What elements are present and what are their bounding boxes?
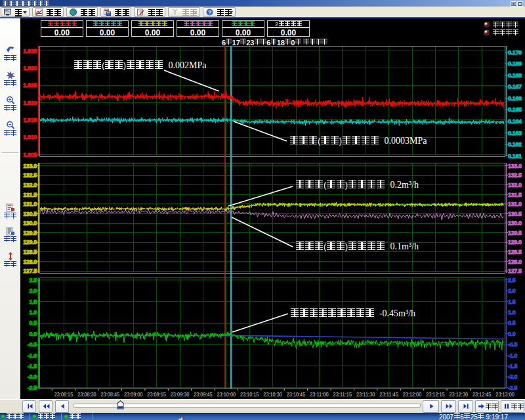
svg-text:?: ? xyxy=(208,9,211,16)
svg-text:23:09:15: 23:09:15 xyxy=(147,391,166,398)
svg-text:0.167: 0.167 xyxy=(508,83,522,90)
svg-text:129.5: 129.5 xyxy=(23,230,37,236)
svg-text:127.5: 127.5 xyxy=(508,268,522,274)
svg-text:-2.0: -2.0 xyxy=(508,373,517,380)
svg-text:23:09:00: 23:09:00 xyxy=(124,391,143,398)
svg-text:23:10:15: 23:10:15 xyxy=(240,391,259,398)
svg-text:0.169: 0.169 xyxy=(508,60,522,67)
svg-text:128.0: 128.0 xyxy=(508,259,522,265)
svg-text:132.0: 132.0 xyxy=(508,182,522,188)
svg-text:133.0: 133.0 xyxy=(508,163,522,169)
svg-text:131.0: 131.0 xyxy=(23,201,37,207)
svg-text:129.0: 129.0 xyxy=(23,239,37,245)
svg-text:0.5: 0.5 xyxy=(30,320,37,326)
svg-text:1.5: 1.5 xyxy=(508,299,516,305)
svg-text:0.168: 0.168 xyxy=(508,72,522,79)
svg-text:131.0: 131.0 xyxy=(508,201,522,207)
svg-text:23:08:30: 23:08:30 xyxy=(77,391,96,398)
svg-text:23:09:45: 23:09:45 xyxy=(194,391,213,398)
svg-text:2.5: 2.5 xyxy=(508,277,516,284)
svg-text:23:11:15: 23:11:15 xyxy=(333,391,352,398)
svg-text:132.5: 132.5 xyxy=(23,172,37,178)
svg-text:-0.5: -0.5 xyxy=(508,341,517,348)
svg-text:128.0: 128.0 xyxy=(23,259,37,265)
svg-text:1.0: 1.0 xyxy=(30,309,37,316)
svg-text:0.0: 0.0 xyxy=(508,331,516,337)
svg-text:-1.0: -1.0 xyxy=(508,352,517,359)
svg-text:1.810: 1.810 xyxy=(23,134,37,140)
svg-text:1.830: 1.830 xyxy=(23,65,37,72)
svg-text:0.163: 0.163 xyxy=(508,130,522,136)
svg-text:1.805: 1.805 xyxy=(23,152,37,158)
svg-text:132.0: 132.0 xyxy=(23,182,37,188)
svg-text:130.0: 130.0 xyxy=(508,220,522,226)
svg-text:0.5: 0.5 xyxy=(508,320,516,326)
svg-text:23:12:15: 23:12:15 xyxy=(426,391,445,398)
svg-text:0.170: 0.170 xyxy=(508,49,522,56)
svg-text:131.5: 131.5 xyxy=(23,192,37,198)
svg-text:0.0: 0.0 xyxy=(30,331,37,337)
svg-text:-1.5: -1.5 xyxy=(508,363,517,369)
svg-text:0.161: 0.161 xyxy=(508,153,522,159)
svg-text:-1.5: -1.5 xyxy=(28,363,37,369)
svg-text:-2.5: -2.5 xyxy=(28,385,37,391)
svg-text:23:08:45: 23:08:45 xyxy=(101,391,120,398)
svg-text:1.835: 1.835 xyxy=(23,48,37,54)
svg-text:0.162: 0.162 xyxy=(508,141,522,148)
svg-text:133.0: 133.0 xyxy=(23,163,37,169)
svg-text:23:12:30: 23:12:30 xyxy=(450,391,469,398)
svg-text:23:13:00: 23:13:00 xyxy=(495,391,514,398)
svg-text:130.5: 130.5 xyxy=(508,211,522,217)
svg-text:127.5: 127.5 xyxy=(23,268,37,274)
svg-text:128.5: 128.5 xyxy=(23,249,37,255)
svg-text:0.164: 0.164 xyxy=(508,118,522,125)
svg-text:132.5: 132.5 xyxy=(508,172,522,178)
svg-text:131.5: 131.5 xyxy=(508,192,522,198)
svg-text:23:11:00: 23:11:00 xyxy=(310,391,329,398)
svg-text:1.815: 1.815 xyxy=(23,117,37,123)
svg-text:129.5: 129.5 xyxy=(508,230,522,236)
svg-text:0.165: 0.165 xyxy=(508,106,522,113)
svg-text:2.0: 2.0 xyxy=(30,287,37,294)
svg-text:23:12:00: 23:12:00 xyxy=(403,391,422,398)
svg-text:23:08:15: 23:08:15 xyxy=(54,391,74,398)
svg-text:23:11:45: 23:11:45 xyxy=(379,391,398,398)
svg-text:23:10:30: 23:10:30 xyxy=(263,391,282,398)
svg-text:-2.0: -2.0 xyxy=(28,373,37,380)
svg-text:-1.0: -1.0 xyxy=(28,352,37,359)
svg-text:1.825: 1.825 xyxy=(23,82,37,89)
svg-text:2.0: 2.0 xyxy=(508,287,516,294)
svg-text:23:09:30: 23:09:30 xyxy=(171,391,190,398)
svg-text:0.166: 0.166 xyxy=(508,95,522,102)
svg-text:23:11:30: 23:11:30 xyxy=(356,391,375,398)
svg-text:23:12:45: 23:12:45 xyxy=(472,391,492,398)
svg-text:-0.5: -0.5 xyxy=(28,341,37,348)
svg-text:129.0: 129.0 xyxy=(508,239,522,245)
svg-text:130.5: 130.5 xyxy=(23,211,37,217)
svg-text:1.820: 1.820 xyxy=(23,100,37,106)
svg-text:23:10:00: 23:10:00 xyxy=(217,391,236,398)
svg-text:2.5: 2.5 xyxy=(30,277,37,284)
svg-text:23:10:45: 23:10:45 xyxy=(287,391,306,398)
svg-text:128.5: 128.5 xyxy=(508,249,522,255)
svg-text:1.5: 1.5 xyxy=(30,299,37,305)
svg-text:1.0: 1.0 xyxy=(508,309,516,316)
svg-text:130.0: 130.0 xyxy=(23,220,37,226)
svg-text:-2.5: -2.5 xyxy=(508,385,517,391)
